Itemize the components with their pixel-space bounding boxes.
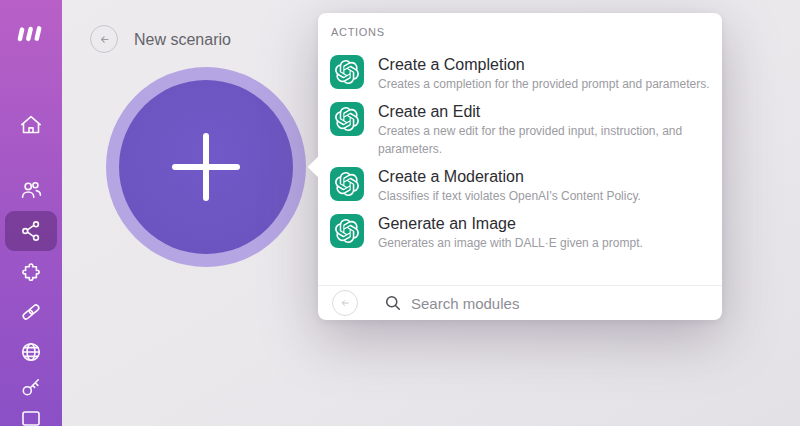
openai-logo-icon [330, 102, 364, 136]
action-title: Create a Moderation [378, 167, 714, 187]
share-nodes-icon [19, 219, 43, 243]
openai-logo-icon [330, 214, 364, 248]
action-description: Classifies if text violates OpenAI's Con… [378, 187, 714, 205]
add-module-button[interactable] [119, 80, 293, 254]
search-back-button[interactable] [332, 290, 358, 316]
openai-logo-icon [330, 55, 364, 89]
home-icon [19, 113, 43, 137]
add-module-halo [106, 67, 306, 267]
sidebar-item-scenarios[interactable] [5, 211, 57, 251]
puzzle-icon [19, 261, 43, 285]
arrow-left-icon [338, 296, 352, 310]
action-item-create-completion[interactable]: Create a Completion Creates a completion… [330, 55, 718, 93]
actions-section-label: ACTIONS [331, 26, 385, 38]
action-title: Create an Edit [378, 102, 714, 122]
module-search-bar [318, 285, 722, 320]
action-description: Creates a completion for the provided pr… [378, 75, 714, 93]
app-window: New scenario ACTIONS Create a Completion… [0, 0, 800, 426]
action-description: Generates an image with DALL·E given a p… [378, 234, 714, 252]
link-icon [19, 300, 43, 324]
page-title: New scenario [134, 31, 231, 49]
search-icon [384, 294, 402, 312]
action-item-generate-image[interactable]: Generate an Image Generates an image wit… [330, 214, 718, 252]
popup-tail [308, 156, 331, 179]
action-description: Creates a new edit for the provided inpu… [378, 122, 714, 158]
sidebar-item-devices[interactable] [5, 400, 57, 426]
action-title: Generate an Image [378, 214, 714, 234]
window-icon [19, 408, 43, 426]
action-item-create-moderation[interactable]: Create a Moderation Classifies if text v… [330, 167, 718, 205]
sidebar-item-apps[interactable] [5, 253, 57, 293]
action-list: Create a Completion Creates a completion… [330, 55, 718, 261]
sidebar-item-team[interactable] [5, 170, 57, 210]
module-actions-popup: ACTIONS Create a Completion Creates a co… [318, 13, 722, 320]
sidebar-item-webhooks[interactable] [5, 332, 57, 372]
openai-logo-icon [330, 167, 364, 201]
key-icon [19, 375, 43, 399]
action-title: Create a Completion [378, 55, 714, 75]
action-item-create-edit[interactable]: Create an Edit Creates a new edit for th… [330, 102, 718, 158]
sidebar-item-home[interactable] [5, 105, 57, 145]
plus-icon [171, 132, 241, 202]
users-icon [19, 178, 43, 202]
sidebar-item-connections[interactable] [5, 292, 57, 332]
globe-icon [19, 340, 43, 364]
back-button[interactable] [90, 25, 118, 53]
search-input[interactable] [411, 295, 641, 312]
arrow-left-icon [97, 32, 112, 47]
make-logo-icon[interactable] [15, 23, 47, 47]
sidebar [0, 0, 62, 426]
